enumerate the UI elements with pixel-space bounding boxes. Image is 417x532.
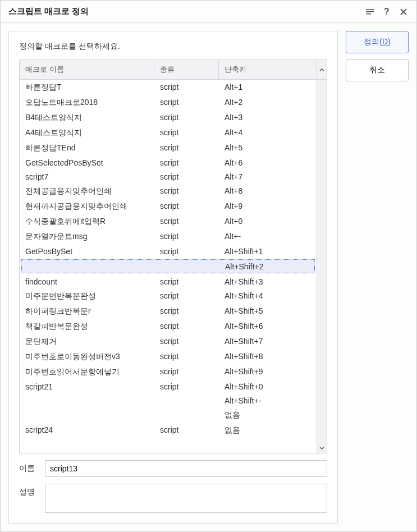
column-header-type[interactable]: 종류 [154, 60, 219, 79]
rows-area[interactable]: 빠른정답TscriptAlt+1오답노트매크로2018scriptAlt+2B4… [20, 80, 317, 453]
help-icon[interactable]: ? [382, 7, 392, 17]
cell-shortcut: Alt+7 [219, 169, 317, 184]
table-row[interactable]: 현재까지공급용지맞추어인쇄scriptAlt+9 [20, 199, 317, 214]
define-button[interactable]: 정의(D) [346, 31, 409, 53]
scroll-down-button[interactable] [317, 443, 327, 453]
cell-name: GetSelectedPosBySet [20, 155, 154, 169]
table-row[interactable]: 오답노트매크로2018scriptAlt+2 [20, 95, 317, 110]
table-row[interactable]: 문자열카운트msgscriptAlt+- [20, 229, 317, 244]
cell-name: B4테스트양식지 [20, 110, 154, 125]
desc-label: 설명 [19, 484, 39, 497]
titlebar-controls: ? [365, 7, 409, 17]
cell-type [154, 393, 219, 407]
column-header-shortcut[interactable]: 단축키 [219, 60, 317, 79]
cell-shortcut: Alt+Shift+8 [219, 349, 317, 364]
table-row[interactable]: 수식중괄호뒤에it입력RscriptAlt+0 [20, 214, 317, 229]
column-header-name[interactable]: 매크로 이름 [20, 60, 154, 79]
name-field-row: 이름 [19, 460, 327, 477]
cell-type [154, 407, 219, 423]
cell-shortcut: Alt+Shift+7 [219, 334, 317, 349]
table-row[interactable]: 빠른정답TEndscriptAlt+5 [20, 140, 317, 155]
instruction-text: 정의할 매크로를 선택하세요. [19, 42, 327, 52]
cell-type: script [154, 274, 219, 288]
macro-table: 매크로 이름 종류 단축키 빠른정답TscriptAlt+1오답노트매크로201… [19, 59, 327, 453]
cell-type: script [154, 229, 219, 244]
table-row[interactable]: 없음 [20, 407, 317, 423]
scroll-up-button[interactable] [317, 60, 327, 79]
table-row[interactable]: Alt+Shift+- [20, 393, 317, 407]
cell-shortcut: 없음 [219, 423, 317, 438]
cell-shortcut: Alt+Shift+0 [219, 379, 317, 393]
cell-type [155, 260, 219, 273]
cell-name: 미주문번반복문완성 [20, 288, 154, 304]
name-input[interactable] [45, 460, 327, 477]
cell-type: script [154, 288, 219, 304]
cell-shortcut: Alt+0 [219, 214, 317, 229]
cell-name [22, 260, 155, 273]
table-row[interactable]: 하이퍼링크반복문rscriptAlt+Shift+5 [20, 304, 317, 319]
cell-shortcut: Alt+6 [219, 155, 317, 169]
cell-type: script [154, 423, 219, 438]
cell-type: script [154, 214, 219, 229]
cell-shortcut: 없음 [219, 407, 317, 423]
table-row[interactable]: GetPosBySetscriptAlt+Shift+1 [20, 244, 317, 258]
cell-name: script24 [20, 423, 154, 438]
table-row[interactable]: 빠른정답TscriptAlt+1 [20, 80, 317, 95]
cell-shortcut: Alt+9 [219, 199, 317, 214]
close-icon[interactable] [398, 7, 409, 17]
cell-shortcut: Alt+3 [219, 110, 317, 125]
cell-type: script [154, 199, 219, 214]
table-row[interactable]: Alt+Shift+2 [21, 259, 315, 273]
cell-shortcut: Alt+Shift+1 [219, 244, 317, 258]
cell-type: script [154, 110, 219, 125]
cell-name: 전체공급용지맞추어인쇄 [20, 184, 154, 199]
cell-name: 빠른정답TEnd [20, 140, 154, 155]
table-row[interactable]: findcountscriptAlt+Shift+3 [20, 274, 317, 288]
cell-name: 미주번호로이동완성버전v3 [20, 349, 154, 364]
cell-type: script [154, 155, 219, 169]
table-row[interactable]: script24script없음 [20, 423, 317, 438]
svg-rect-2 [366, 13, 371, 15]
cell-shortcut: Alt+Shift+9 [219, 364, 317, 379]
cell-shortcut: Alt+8 [219, 184, 317, 199]
scrollbar[interactable] [317, 80, 327, 453]
cell-name: script21 [20, 379, 154, 393]
table-row[interactable]: script21scriptAlt+Shift+0 [20, 379, 317, 393]
cell-shortcut: Alt+2 [219, 95, 317, 110]
table-row[interactable]: 책갈피반복문완성scriptAlt+Shift+6 [20, 319, 317, 334]
table-row[interactable]: A4테스트양식지scriptAlt+4 [20, 125, 317, 140]
cell-shortcut: Alt+Shift+3 [219, 274, 317, 288]
cell-name: 빠른정답T [20, 80, 154, 95]
cell-type: script [154, 364, 219, 379]
dialog-content: 정의할 매크로를 선택하세요. 매크로 이름 종류 단축키 빠른정답Tscrip… [1, 23, 416, 531]
cell-name: 오답노트매크로2018 [20, 95, 154, 110]
table-row[interactable]: 미주번호읽어서문항에넣기scriptAlt+Shift+9 [20, 364, 317, 379]
cancel-button[interactable]: 취소 [346, 59, 409, 81]
table-row[interactable]: 문단제거scriptAlt+Shift+7 [20, 334, 317, 349]
desc-field-row: 설명 [19, 484, 327, 513]
cell-shortcut: Alt+Shift+5 [219, 304, 317, 319]
options-icon[interactable] [365, 7, 375, 17]
cell-type: script [154, 184, 219, 199]
cell-name: 수식중괄호뒤에it입력R [20, 214, 154, 229]
table-row[interactable]: script7scriptAlt+7 [20, 169, 317, 184]
cell-shortcut: Alt+5 [219, 140, 317, 155]
table-row[interactable]: 미주문번반복문완성scriptAlt+Shift+4 [20, 288, 317, 304]
macro-define-dialog: 스크립트 매크로 정의 ? 정의할 매크로를 선택하세요. 매크로 이름 종류 … [0, 0, 417, 532]
cell-name: script7 [20, 169, 154, 184]
table-row[interactable]: GetSelectedPosBySetscriptAlt+6 [20, 155, 317, 169]
cell-name [20, 393, 154, 407]
table-body: 빠른정답TscriptAlt+1오답노트매크로2018scriptAlt+2B4… [20, 80, 327, 453]
cell-shortcut: Alt+Shift+4 [219, 288, 317, 304]
titlebar: 스크립트 매크로 정의 ? [1, 1, 416, 23]
cell-type: script [154, 125, 219, 140]
cell-shortcut: Alt+Shift+6 [219, 319, 317, 334]
table-row[interactable]: 전체공급용지맞추어인쇄scriptAlt+8 [20, 184, 317, 199]
cell-name: findcount [20, 274, 154, 288]
dialog-title: 스크립트 매크로 정의 [8, 6, 89, 17]
desc-input[interactable] [45, 484, 327, 513]
main-panel: 정의할 매크로를 선택하세요. 매크로 이름 종류 단축키 빠른정답Tscrip… [8, 31, 338, 524]
cell-type: script [154, 349, 219, 364]
table-row[interactable]: B4테스트양식지scriptAlt+3 [20, 110, 317, 125]
table-row[interactable]: 미주번호로이동완성버전v3scriptAlt+Shift+8 [20, 349, 317, 364]
